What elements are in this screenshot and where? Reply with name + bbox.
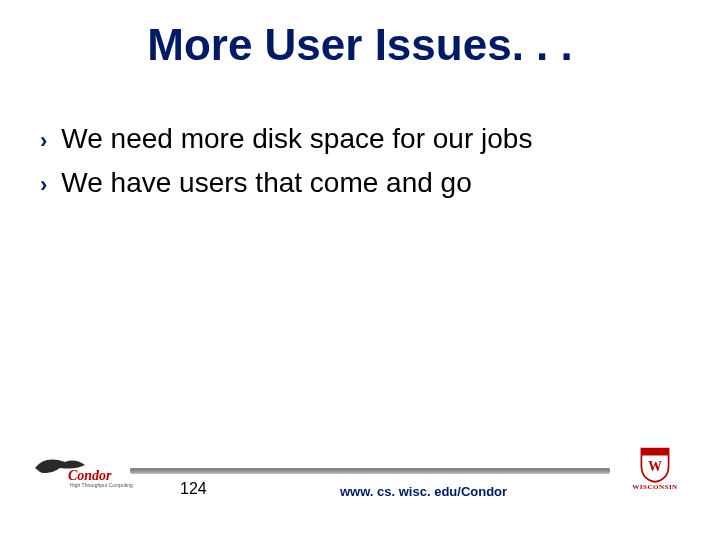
slide-title: More User Issues. . . — [0, 20, 720, 70]
list-item: › We have users that come and go — [40, 164, 680, 202]
bullet-list: › We need more disk space for our jobs ›… — [40, 120, 680, 208]
condor-logo-text: Condor — [68, 468, 112, 483]
slide-footer: Condor High Throughput Computing 124 www… — [40, 450, 680, 510]
page-number: 124 — [180, 480, 207, 498]
footer-url: www. cs. wisc. edu/Condor — [340, 484, 507, 499]
condor-logo: Condor High Throughput Computing — [30, 450, 140, 490]
svg-text:W: W — [648, 459, 662, 474]
svg-point-0 — [40, 467, 48, 473]
wisconsin-logo: W WISCONSIN — [620, 445, 690, 500]
bullet-text: We need more disk space for our jobs — [61, 120, 532, 158]
wisconsin-logo-text: WISCONSIN — [620, 483, 690, 491]
list-item: › We need more disk space for our jobs — [40, 120, 680, 158]
svg-text:High Throughput Computing: High Throughput Computing — [70, 482, 133, 488]
divider — [130, 468, 610, 474]
chevron-right-icon: › — [40, 170, 47, 200]
chevron-right-icon: › — [40, 126, 47, 156]
bullet-text: We have users that come and go — [61, 164, 471, 202]
slide: More User Issues. . . › We need more dis… — [0, 0, 720, 540]
shield-icon: W — [638, 445, 672, 483]
